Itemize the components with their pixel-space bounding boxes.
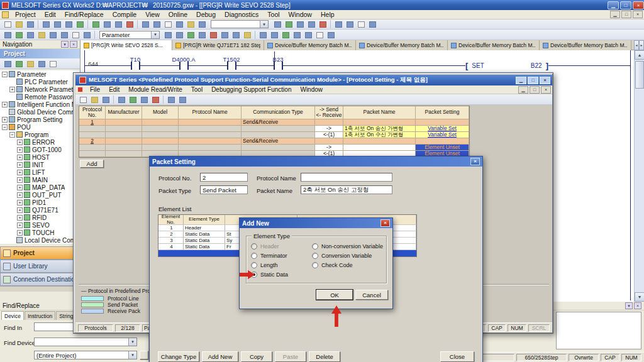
nav-tab-user-library[interactable]: User Library [0,260,80,273]
toolbar-icon[interactable] [102,19,112,29]
menu-view[interactable]: View [141,10,164,19]
find-scope-combo[interactable]: (Entire Project)▼ [34,351,137,359]
tree-item-pou[interactable]: POU [0,123,80,131]
toolbar-icon[interactable] [186,30,196,40]
toolbar-icon[interactable] [113,19,123,29]
toolbar-icon[interactable] [177,95,187,104]
toolbar-icon[interactable] [139,95,149,104]
radio-conversion-variable[interactable]: Conversion Variable [312,253,372,259]
expand-icon[interactable] [17,140,23,145]
minimize-button[interactable]: ▁ [608,1,619,9]
toolbar-icon[interactable] [163,19,173,29]
toolbar-icon[interactable] [269,30,279,40]
radio-icon[interactable] [312,262,318,268]
doc-tab-device-memory-1[interactable]: Device/Buffer Memory Batch M... [264,40,356,50]
docking-menu-icon[interactable]: ▾ [625,302,633,309]
toolbar-icon[interactable] [367,19,377,29]
expand-icon[interactable] [2,117,8,123]
menu-module-read-write[interactable]: Module Read/Write [124,85,186,94]
expand-icon[interactable] [9,87,15,92]
save-icon[interactable] [101,95,111,104]
undo-icon[interactable] [75,19,85,29]
packet-setting-link[interactable]: Variable Set [416,132,469,138]
menu-file[interactable]: File [86,85,104,94]
packet-setting-link[interactable]: Variable Set [416,126,469,132]
find-device-combo[interactable]: ▼ [34,337,137,346]
expand-icon[interactable] [17,155,23,160]
expand-icon[interactable] [17,200,23,206]
toolbar-icon[interactable] [314,30,325,40]
toolbar-icon[interactable] [318,19,328,29]
tree-item-map-data[interactable]: MAP_DATA [0,184,80,191]
packet-name-input[interactable]: 2축 서보 On 송신 고정형 [301,185,392,194]
toolbar-icon[interactable] [280,30,291,40]
close-icon[interactable]: × [70,41,77,48]
expand-icon[interactable] [17,207,23,213]
toolbar-combo-empty[interactable]: ▼ [211,20,269,28]
expand-icon[interactable] [17,215,23,221]
close-dialog-button[interactable]: Close [440,351,474,362]
packet-name-cell[interactable]: 1축 서보 On 송신 가변형 [343,126,416,132]
menu-window[interactable]: Window [284,10,316,19]
doc-restore-button[interactable]: □ [530,86,540,94]
toolbar-icon[interactable] [14,30,24,40]
toolbar-icon[interactable] [174,30,184,40]
tree-item-intelligent-function-module[interactable]: Intelligent Function Mod [0,101,80,108]
toolbar-icon[interactable] [303,30,313,40]
toolbar-icon[interactable] [3,59,13,69]
protocol-row-1[interactable]: 1 Send&Receive [79,119,469,126]
delete-button[interactable]: Delete [309,351,340,362]
toolbar-icon[interactable] [174,19,184,29]
menu-debugging-support[interactable]: Debugging Support Function [207,85,296,94]
menu-tool[interactable]: Tool [187,85,207,94]
toolbar-icon[interactable] [242,30,252,40]
toolbar-icon[interactable] [186,19,196,29]
collapse-icon[interactable] [2,72,8,77]
protocol-no-cell[interactable]: 1 [79,119,106,126]
menu-diagnostics[interactable]: Diagnostics [220,10,263,19]
toolbar-icon[interactable] [152,19,162,29]
copy-button[interactable]: Copy [241,351,272,362]
cut-icon[interactable] [41,19,51,29]
menu-help[interactable]: Help [316,10,339,19]
packet-row-send-1[interactable]: -> 1축 서보 On 송신 가변형 Variable Set [79,126,469,132]
packet-row-send-2[interactable]: -> Element Unset [79,145,469,151]
tab-scroll-right-icon[interactable]: ► [639,40,644,50]
new-icon[interactable] [78,95,88,104]
tree-item-rfid[interactable]: RFID [0,214,80,221]
tree-item-error[interactable]: ERROR [0,138,80,146]
doc-minimize-button[interactable]: ▁ [518,86,528,94]
toolbar-icon[interactable] [36,30,47,40]
add-new-button[interactable]: Add New [202,351,238,362]
copy-icon[interactable] [52,19,62,29]
menu-online[interactable]: Online [164,10,192,19]
open-project-icon[interactable] [14,19,24,29]
doc-close-button[interactable]: × [633,11,643,18]
maximize-button[interactable]: □ [620,1,631,9]
sort-icon[interactable] [48,59,58,69]
menu-window[interactable]: Window [296,85,327,94]
toolbar-icon[interactable] [150,95,160,104]
radio-icon[interactable] [251,253,257,259]
set-coil[interactable]: [ SET B22 ] [465,61,548,70]
add-protocol-button[interactable]: Add [80,160,104,168]
ok-button[interactable]: OK [316,290,353,300]
doc-minimize-button[interactable]: ▁ [610,11,620,18]
toolbar-icon[interactable] [91,19,101,29]
expand-icon[interactable] [17,192,23,198]
tree-item-main[interactable]: MAIN [0,176,80,184]
tab-scroll-left-icon[interactable]: ◄ [634,40,639,50]
menu-edit[interactable]: Edit [104,85,124,94]
contact-symbol[interactable] [274,62,283,70]
tree-item-global-device-comment[interactable]: Global Device Comment [0,108,80,116]
toolbar-icon[interactable] [197,19,207,29]
menu-compile[interactable]: Compile [108,10,142,19]
doc-restore-button[interactable]: □ [621,11,631,18]
tree-item-lift[interactable]: LIFT [0,168,80,176]
close-icon[interactable]: × [380,219,390,227]
toolbar-icon[interactable] [292,30,302,40]
dropdown-icon[interactable]: ▼ [128,351,136,359]
close-button[interactable]: × [633,1,644,9]
expand-icon[interactable] [17,222,23,228]
tree-item-program-setting[interactable]: Program Setting [0,116,80,123]
